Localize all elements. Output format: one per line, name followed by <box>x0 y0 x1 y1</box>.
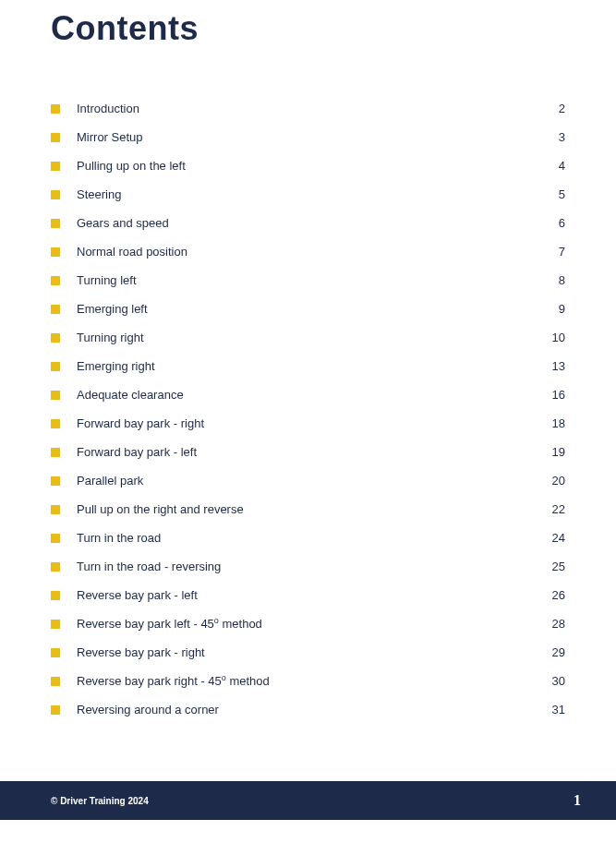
square-bullet-icon <box>51 247 60 257</box>
toc-item-page: 19 <box>543 445 565 459</box>
toc-item-page: 25 <box>543 560 565 573</box>
toc-item-page: 2 <box>543 102 565 115</box>
toc-item: Steering5 <box>51 180 565 209</box>
toc-item-label: Normal road position <box>77 245 543 259</box>
footer-copyright: © Driver Training 2024 <box>51 796 149 806</box>
toc-item: Emerging right13 <box>51 352 565 380</box>
square-bullet-icon <box>51 476 60 486</box>
toc-item: Reverse bay park left - 45o method28 <box>51 609 565 638</box>
toc-item-label: Reversing around a corner <box>77 703 543 717</box>
toc-item: Emerging left9 <box>51 295 565 323</box>
square-bullet-icon <box>51 448 60 457</box>
toc-item-page: 10 <box>543 331 565 344</box>
toc-item-page: 9 <box>543 302 565 316</box>
toc-item-page: 7 <box>543 245 565 259</box>
toc-item-page: 30 <box>543 674 565 688</box>
toc-item: Turn in the road24 <box>51 524 565 552</box>
square-bullet-icon <box>51 333 60 343</box>
toc-item: Introduction2 <box>51 94 565 123</box>
toc-item: Reverse bay park - right29 <box>51 638 565 667</box>
square-bullet-icon <box>51 705 60 715</box>
toc-item-label: Emerging right <box>77 359 543 373</box>
toc-item-label: Introduction <box>77 102 543 115</box>
square-bullet-icon <box>51 677 60 686</box>
square-bullet-icon <box>51 190 60 199</box>
toc-item-label: Reverse bay park right - 45o method <box>77 674 543 688</box>
toc-item: Forward bay park - left19 <box>51 438 565 466</box>
toc-item-page: 16 <box>543 388 565 402</box>
toc-item-label: Reverse bay park - left <box>77 588 543 602</box>
toc-item: Parallel park20 <box>51 466 565 495</box>
toc-item-label: Pulling up on the left <box>77 159 543 173</box>
toc-item-label: Parallel park <box>77 474 543 488</box>
toc-item-label: Pull up on the right and reverse <box>77 502 543 516</box>
toc-item: Pull up on the right and reverse22 <box>51 495 565 524</box>
square-bullet-icon <box>51 591 60 600</box>
toc-item-page: 3 <box>543 130 565 144</box>
toc-item: Adequate clearance16 <box>51 380 565 409</box>
square-bullet-icon <box>51 562 60 572</box>
page-container: Contents Introduction2Mirror Setup3Pulli… <box>0 0 616 843</box>
toc-item-label: Adequate clearance <box>77 388 543 402</box>
toc-item-page: 8 <box>543 273 565 287</box>
toc-item: Gears and speed6 <box>51 209 565 237</box>
toc-item-page: 24 <box>543 531 565 545</box>
toc-item-page: 26 <box>543 588 565 602</box>
square-bullet-icon <box>51 305 60 314</box>
toc-item-label: Forward bay park - right <box>77 416 543 430</box>
square-bullet-icon <box>51 276 60 285</box>
toc-item-label: Forward bay park - left <box>77 445 543 459</box>
page-title: Contents <box>51 9 565 48</box>
square-bullet-icon <box>51 362 60 371</box>
toc-item: Mirror Setup3 <box>51 123 565 151</box>
toc-item-label: Turning right <box>77 331 543 344</box>
toc-item-label: Gears and speed <box>77 216 543 230</box>
square-bullet-icon <box>51 505 60 514</box>
toc-item: Reverse bay park right - 45o method30 <box>51 667 565 695</box>
toc-item-page: 31 <box>543 703 565 717</box>
toc-item: Reversing around a corner31 <box>51 695 565 724</box>
toc-item-page: 13 <box>543 359 565 373</box>
square-bullet-icon <box>51 391 60 400</box>
square-bullet-icon <box>51 104 60 114</box>
toc-item-label: Reverse bay park - right <box>77 645 543 659</box>
square-bullet-icon <box>51 419 60 428</box>
toc-item: Normal road position7 <box>51 237 565 266</box>
toc-item: Reverse bay park - left26 <box>51 581 565 609</box>
square-bullet-icon <box>51 648 60 657</box>
toc-item: Pulling up on the left4 <box>51 151 565 180</box>
toc-item-label: Turn in the road <box>77 531 543 545</box>
toc-item: Turning left8 <box>51 266 565 295</box>
toc-item-page: 6 <box>543 216 565 230</box>
toc-item: Turn in the road - reversing25 <box>51 552 565 581</box>
toc-item-page: 22 <box>543 502 565 516</box>
toc-item-label: Reverse bay park left - 45o method <box>77 617 543 631</box>
toc-item-label: Turning left <box>77 273 543 287</box>
toc-item-label: Mirror Setup <box>77 130 543 144</box>
footer: © Driver Training 2024 1 <box>0 781 616 820</box>
toc-item: Forward bay park - right18 <box>51 409 565 438</box>
toc-item-page: 20 <box>543 474 565 488</box>
toc-item-page: 28 <box>543 617 565 631</box>
toc-item-label: Steering <box>77 187 543 201</box>
toc-item-page: 18 <box>543 416 565 430</box>
square-bullet-icon <box>51 620 60 629</box>
square-bullet-icon <box>51 162 60 171</box>
toc-item: Turning right10 <box>51 323 565 352</box>
square-bullet-icon <box>51 219 60 228</box>
table-of-contents: Introduction2Mirror Setup3Pulling up on … <box>51 94 565 724</box>
toc-item-label: Turn in the road - reversing <box>77 560 543 573</box>
toc-item-page: 29 <box>543 645 565 659</box>
square-bullet-icon <box>51 534 60 543</box>
toc-item-label: Emerging left <box>77 302 543 316</box>
toc-item-page: 4 <box>543 159 565 173</box>
toc-item-page: 5 <box>543 187 565 201</box>
square-bullet-icon <box>51 133 60 142</box>
footer-page-number: 1 <box>574 792 581 809</box>
